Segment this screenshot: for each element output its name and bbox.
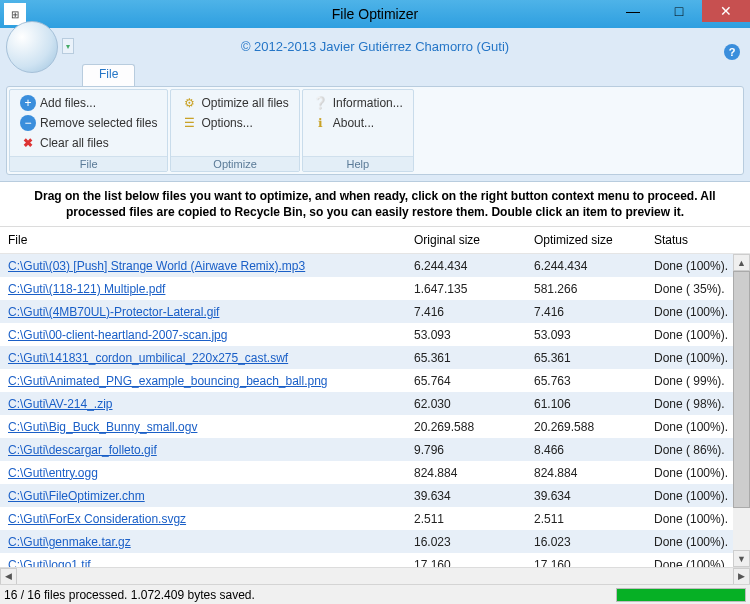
col-optimized[interactable]: Optimized size [526, 233, 646, 247]
table-row[interactable]: C:\Guti\(03) [Push] Strange World (Airwa… [0, 254, 733, 277]
tab-file[interactable]: File [82, 64, 135, 86]
table-row[interactable]: C:\Guti\entry.ogg824.884824.884Done (100… [0, 461, 733, 484]
status-cell: Done ( 99%). [646, 374, 733, 388]
group-file-label: File [10, 156, 167, 171]
table-row[interactable]: C:\Guti\(118-121) Multiple.pdf1.647.1355… [0, 277, 733, 300]
instructions-text: Drag on the list below files you want to… [0, 182, 750, 226]
qat-dropdown-icon[interactable]: ▾ [62, 38, 74, 54]
window-title: File Optimizer [332, 6, 418, 22]
scroll-thumb[interactable] [733, 271, 750, 508]
minus-icon: − [20, 115, 36, 131]
scroll-right-icon[interactable]: ▶ [733, 568, 750, 585]
status-cell: Done (100%). [646, 328, 733, 342]
original-size: 65.361 [406, 351, 526, 365]
optimized-size: 20.269.588 [526, 420, 646, 434]
options-icon: ☰ [181, 115, 197, 131]
file-link[interactable]: C:\Guti\Animated_PNG_example_bouncing_be… [0, 374, 328, 388]
col-status[interactable]: Status [646, 233, 750, 247]
copyright-text: © 2012-2013 Javier Gutiérrez Chamorro (G… [241, 39, 509, 54]
vertical-scrollbar[interactable]: ▲ ▼ [733, 254, 750, 567]
file-link[interactable]: C:\Guti\00-client-heartland-2007-scan.jp… [0, 328, 227, 342]
optimized-size: 7.416 [526, 305, 646, 319]
table-row[interactable]: C:\Guti\logo1.tif17.16017.160Done (100%)… [0, 553, 733, 567]
optimized-size: 6.244.434 [526, 259, 646, 273]
optimized-size: 2.511 [526, 512, 646, 526]
file-link[interactable]: C:\Guti\(03) [Push] Strange World (Airwa… [0, 259, 305, 273]
table-row[interactable]: C:\Guti\(4MB70UL)-Protector-Lateral.gif7… [0, 300, 733, 323]
table-row[interactable]: C:\Guti\Animated_PNG_example_bouncing_be… [0, 369, 733, 392]
optimized-size: 53.093 [526, 328, 646, 342]
close-button[interactable]: ✕ [702, 0, 750, 22]
table-row[interactable]: C:\Guti\AV-214_.zip62.03061.106Done ( 98… [0, 392, 733, 415]
grid-body[interactable]: C:\Guti\(03) [Push] Strange World (Airwa… [0, 254, 733, 567]
original-size: 39.634 [406, 489, 526, 503]
file-link[interactable]: C:\Guti\ForEx Consideration.svgz [0, 512, 186, 526]
app-orb-button[interactable] [6, 21, 58, 73]
options-button[interactable]: ☰Options... [179, 113, 290, 133]
original-size: 53.093 [406, 328, 526, 342]
file-link[interactable]: C:\Guti\logo1.tif [0, 558, 91, 567]
status-cell: Done (100%). [646, 535, 733, 549]
optimized-size: 17.160 [526, 558, 646, 567]
file-link[interactable]: C:\Guti\Big_Buck_Bunny_small.ogv [0, 420, 197, 434]
group-optimize: ⚙Optimize all files ☰Options... Optimize [170, 89, 299, 172]
table-row[interactable]: C:\Guti\genmake.tar.gz16.02316.023Done (… [0, 530, 733, 553]
maximize-button[interactable]: □ [656, 0, 702, 22]
toolbar: +Add files... −Remove selected files ✖Cl… [6, 86, 744, 175]
file-link[interactable]: C:\Guti\(118-121) Multiple.pdf [0, 282, 165, 296]
minimize-button[interactable]: — [610, 0, 656, 22]
progress-bar [616, 588, 746, 602]
table-row[interactable]: C:\Guti\Big_Buck_Bunny_small.ogv20.269.5… [0, 415, 733, 438]
optimize-all-button[interactable]: ⚙Optimize all files [179, 93, 290, 113]
col-original[interactable]: Original size [406, 233, 526, 247]
original-size: 7.416 [406, 305, 526, 319]
status-cell: Done (100%). [646, 558, 733, 567]
progress-fill [617, 589, 745, 601]
status-cell: Done ( 86%). [646, 443, 733, 457]
file-link[interactable]: C:\Guti\entry.ogg [0, 466, 98, 480]
original-size: 824.884 [406, 466, 526, 480]
col-file[interactable]: File [0, 233, 406, 247]
clear-files-button[interactable]: ✖Clear all files [18, 133, 159, 153]
file-link[interactable]: C:\Guti\(4MB70UL)-Protector-Lateral.gif [0, 305, 219, 319]
original-size: 20.269.588 [406, 420, 526, 434]
help-icon[interactable]: ? [724, 44, 740, 60]
status-cell: Done (100%). [646, 259, 733, 273]
title-bar: ⊞ File Optimizer — □ ✕ [0, 0, 750, 28]
table-row[interactable]: C:\Guti\ForEx Consideration.svgz2.5112.5… [0, 507, 733, 530]
file-link[interactable]: C:\Guti\FileOptimizer.chm [0, 489, 145, 503]
file-link[interactable]: C:\Guti\141831_cordon_umbilical_220x275_… [0, 351, 288, 365]
scroll-down-icon[interactable]: ▼ [733, 550, 750, 567]
file-link[interactable]: C:\Guti\descargar_folleto.gif [0, 443, 157, 457]
file-grid: File Original size Optimized size Status… [0, 226, 750, 567]
table-row[interactable]: C:\Guti\141831_cordon_umbilical_220x275_… [0, 346, 733, 369]
file-link[interactable]: C:\Guti\AV-214_.zip [0, 397, 113, 411]
scroll-left-icon[interactable]: ◀ [0, 568, 17, 585]
table-row[interactable]: C:\Guti\descargar_folleto.gif9.7968.466D… [0, 438, 733, 461]
group-help: ❔Information... ℹAbout... Help [302, 89, 414, 172]
status-cell: Done (100%). [646, 305, 733, 319]
information-button[interactable]: ❔Information... [311, 93, 405, 113]
original-size: 17.160 [406, 558, 526, 567]
status-cell: Done ( 98%). [646, 397, 733, 411]
file-link[interactable]: C:\Guti\genmake.tar.gz [0, 535, 131, 549]
original-size: 62.030 [406, 397, 526, 411]
group-optimize-label: Optimize [171, 156, 298, 171]
optimized-size: 16.023 [526, 535, 646, 549]
original-size: 6.244.434 [406, 259, 526, 273]
info-icon: ❔ [313, 95, 329, 111]
table-row[interactable]: C:\Guti\FileOptimizer.chm39.63439.634Don… [0, 484, 733, 507]
optimized-size: 65.763 [526, 374, 646, 388]
horizontal-scrollbar[interactable]: ◀ ▶ [0, 567, 750, 584]
grid-header: File Original size Optimized size Status [0, 227, 750, 254]
table-row[interactable]: C:\Guti\00-client-heartland-2007-scan.jp… [0, 323, 733, 346]
add-files-button[interactable]: +Add files... [18, 93, 159, 113]
scroll-up-icon[interactable]: ▲ [733, 254, 750, 271]
optimized-size: 824.884 [526, 466, 646, 480]
optimized-size: 65.361 [526, 351, 646, 365]
about-button[interactable]: ℹAbout... [311, 113, 405, 133]
status-cell: Done (100%). [646, 512, 733, 526]
about-icon: ℹ [313, 115, 329, 131]
optimized-size: 39.634 [526, 489, 646, 503]
remove-files-button[interactable]: −Remove selected files [18, 113, 159, 133]
